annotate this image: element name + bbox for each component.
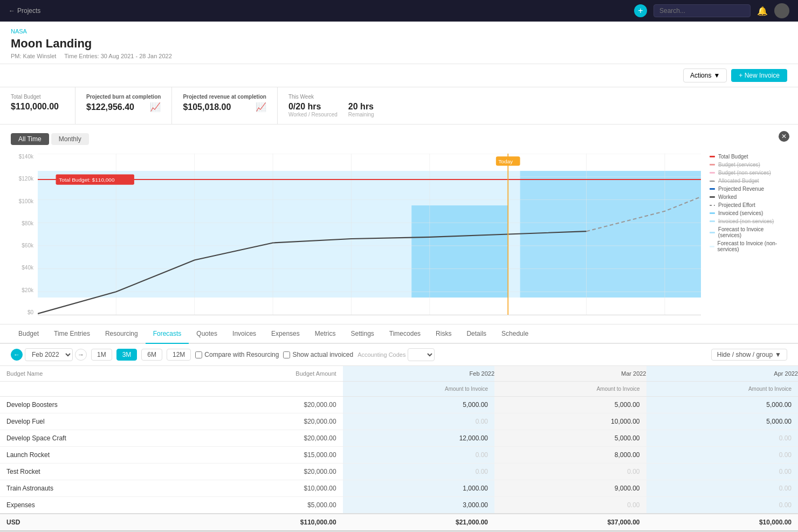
total-budget-value: $110,000.00 (11, 102, 64, 112)
projected-revenue-label: Projected revenue at completion (183, 94, 266, 100)
tab-quotes[interactable]: Quotes (189, 324, 225, 344)
new-invoice-button[interactable]: + New Invoice (731, 69, 787, 82)
chart-inner: $140k $120k $100k $80k $60k $40k $20k $0 (11, 154, 787, 315)
hide-show-group-button[interactable]: Hide / show / group ▼ (711, 349, 787, 361)
legend-budget-non-services: Budget (non-services) (710, 170, 787, 176)
nav-prev-button[interactable]: ← (11, 349, 23, 361)
search-input[interactable] (653, 4, 751, 17)
tab-monthly[interactable]: Monthly (51, 133, 89, 145)
budget-amount-cell: $15,000.00 (198, 447, 342, 464)
mar-amount-cell: 5,000.00 (494, 430, 646, 447)
total-apr: $10,000.00 (646, 514, 799, 531)
budget-name-cell: Expenses (0, 497, 198, 514)
close-chart-button[interactable]: ✕ (779, 131, 789, 142)
subheader-feb: Amount to Invoice (343, 382, 494, 397)
projected-revenue-value: $105,018.00 (183, 102, 231, 112)
total-feb: $21,000.00 (343, 514, 494, 531)
period-1m-button[interactable]: 1M (91, 349, 112, 361)
new-button[interactable]: + (634, 4, 647, 17)
period-3m-button[interactable]: 3M (116, 349, 137, 361)
tab-settings[interactable]: Settings (343, 324, 381, 344)
tab-schedule[interactable]: Schedule (494, 324, 536, 344)
feb-amount-cell: 12,000.00 (343, 430, 494, 447)
chart-legend: Total Budget Budget (services) Budget (n… (701, 154, 787, 315)
tab-expenses[interactable]: Expenses (264, 324, 307, 344)
tab-forecasts[interactable]: Forecasts (146, 324, 189, 344)
legend-color-projected-effort (710, 205, 715, 206)
chart-y-axis: $140k $120k $100k $80k $60k $40k $20k $0 (11, 154, 38, 315)
total-budget: $110,000.00 (198, 514, 342, 531)
date-navigation: ← Feb 2022 → (11, 348, 87, 361)
period-12m-button[interactable]: 12M (167, 349, 191, 361)
budget-amount-cell: $20,000.00 (198, 413, 342, 430)
total-budget-card: Total Budget $110,000.00 (0, 87, 75, 124)
legend-total-budget: Total Budget (710, 154, 787, 160)
mar-amount-cell: 0.00 (494, 497, 646, 514)
compare-resourcing-text: Compare with Resourcing (204, 351, 279, 358)
back-arrow-icon: ← (9, 7, 15, 15)
top-navigation: ← Projects + 🔔 (0, 0, 798, 22)
table-row: Launch Rocket $15,000.00 0.00 8,000.00 0… (0, 447, 798, 464)
accounting-codes-group: Accounting Codes (357, 348, 435, 361)
actions-button[interactable]: Actions ▼ (683, 68, 727, 82)
compare-resourcing-label[interactable]: Compare with Resourcing (195, 351, 279, 358)
tab-risks[interactable]: Risks (428, 324, 459, 344)
legend-projected-effort: Projected Effort (710, 202, 787, 208)
table-row: Develop Boosters $20,000.00 5,000.00 5,0… (0, 397, 798, 413)
tab-all-time[interactable]: All Time (11, 133, 49, 145)
tab-invoices[interactable]: Invoices (225, 324, 264, 344)
tab-time-entries[interactable]: Time Entries (46, 324, 98, 344)
avatar[interactable] (774, 3, 789, 18)
budget-name-cell: Develop Fuel (0, 413, 198, 430)
col-budget-amount-header: Budget Amount (198, 366, 342, 382)
this-week-values: 0/20 hrs Worked / Resourced 20 hrs Remai… (288, 102, 374, 118)
projected-revenue-card: Projected revenue at completion $105,018… (172, 87, 278, 124)
this-week-card: This Week 0/20 hrs Worked / Resourced 20… (278, 87, 385, 124)
legend-allocated-budget: Allocated Budget (710, 178, 787, 184)
chart-tabs: All Time Monthly (11, 133, 787, 145)
show-actual-label[interactable]: Show actual invoiced (283, 351, 353, 358)
tab-details[interactable]: Details (459, 324, 494, 344)
budget-amount-cell: $20,000.00 (198, 397, 342, 413)
period-6m-button[interactable]: 6M (141, 349, 162, 361)
total-mar: $37,000.00 (494, 514, 646, 531)
projected-burn-card: Projected burn at completion $122,956.40… (75, 87, 172, 124)
tab-metrics[interactable]: Metrics (307, 324, 343, 344)
project-meta: PM: Kate Winslet Time Entries: 30 Aug 20… (11, 53, 787, 59)
nav-right: + 🔔 (634, 3, 789, 18)
project-time-entries: Time Entries: 30 Aug 2021 - 28 Jan 2022 (64, 53, 172, 59)
tab-budget[interactable]: Budget (11, 324, 46, 344)
stats-row: Total Budget $110,000.00 Projected burn … (0, 87, 798, 125)
budget-name-cell: Launch Rocket (0, 447, 198, 464)
chart-container: $140k $120k $100k $80k $60k $40k $20k $0 (11, 154, 787, 315)
date-select[interactable]: Feb 2022 (25, 348, 73, 361)
accounting-codes-select[interactable] (408, 348, 435, 361)
back-to-projects[interactable]: ← Projects (9, 7, 40, 15)
nav-next-button[interactable]: → (75, 349, 87, 361)
projected-burn-label: Projected burn at completion (86, 94, 161, 100)
compare-resourcing-checkbox[interactable] (195, 351, 202, 358)
budget-amount-cell: $20,000.00 (198, 464, 342, 480)
tab-resourcing[interactable]: Resourcing (98, 324, 146, 344)
apr-amount-cell: 5,000.00 (646, 413, 799, 430)
subheader-mar: Amount to Invoice (494, 382, 646, 397)
apr-amount-cell: 0.00 (646, 447, 799, 464)
svg-text:Today: Today (498, 158, 513, 164)
actions-label: Actions (690, 72, 711, 79)
show-actual-text: Show actual invoiced (292, 351, 353, 358)
chart-icon: 📈 (150, 102, 161, 112)
budget-name-cell: Develop Boosters (0, 397, 198, 413)
notification-icon[interactable]: 🔔 (757, 6, 768, 16)
client-breadcrumb[interactable]: NASA (11, 28, 787, 34)
hide-show-chevron-icon: ▼ (775, 351, 781, 358)
budget-name-cell: Develop Space Craft (0, 430, 198, 447)
show-actual-checkbox[interactable] (283, 351, 290, 358)
total-budget-label: Total Budget (11, 94, 64, 100)
tab-timecodes[interactable]: Timecodes (382, 324, 428, 344)
budget-amount-cell: $5,000.00 (198, 497, 342, 514)
legend-color-budget-services (710, 164, 715, 165)
controls-row: ← Feb 2022 → 1M 3M 6M 12M Compare with R… (0, 344, 798, 366)
budget-amount-cell: $10,000.00 (198, 480, 342, 497)
chart-svg: Total Budget: $110,000 Today (38, 154, 701, 315)
back-link-label: Projects (17, 7, 40, 15)
